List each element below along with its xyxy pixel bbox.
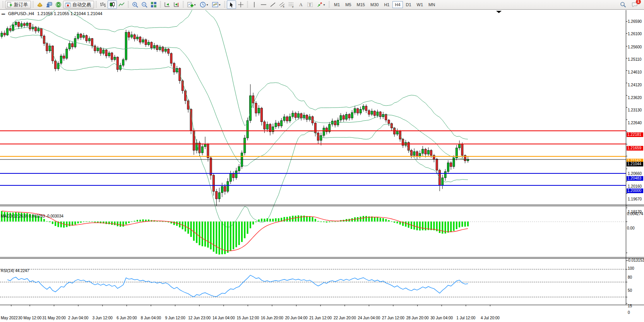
channel-tool-button[interactable]: E (277, 0, 287, 9)
macd-histogram-bar (52, 221, 53, 224)
macd-histogram-bar (162, 221, 164, 222)
macd-histogram-bar (258, 219, 260, 221)
timeframe-mn-button[interactable]: MN (426, 1, 437, 8)
candle-body (233, 173, 235, 178)
macd-histogram-bar (176, 221, 178, 226)
fibonacci-tool-button[interactable]: F (287, 0, 296, 9)
candle-body (362, 106, 364, 109)
candle-body (168, 49, 170, 53)
macd-histogram-bar (86, 221, 87, 222)
terminal-button[interactable] (45, 0, 54, 9)
time-axis-label: 24 Jun 04:00 (355, 316, 382, 320)
macd-histogram-bar (89, 221, 90, 222)
timeframe-h1-button[interactable]: H1 (382, 1, 392, 8)
macd-histogram-bar (326, 221, 327, 222)
macd-histogram-bar (312, 217, 313, 221)
macd-histogram-bar (264, 219, 265, 221)
timeframe-m5-button[interactable]: M5 (343, 1, 353, 8)
candle-body (334, 121, 336, 125)
zoom-out-button[interactable] (140, 0, 149, 9)
svg-text:A: A (299, 2, 303, 7)
arrows-icon (317, 2, 323, 8)
macd-histogram-bar (94, 221, 96, 222)
macd-histogram-bar (250, 221, 251, 228)
cursor-tool-button[interactable] (227, 0, 236, 9)
price-level-label: 1.22181 (627, 132, 643, 137)
timeframe-w1-button[interactable]: W1 (414, 1, 426, 8)
candle-body (159, 47, 161, 50)
macd-axis-label: 0.00 (627, 226, 634, 231)
tile-windows-button[interactable] (149, 0, 158, 9)
signals-button[interactable] (54, 0, 63, 9)
candle-body (453, 158, 455, 166)
candle-body (283, 117, 285, 121)
timeframe-m15-button[interactable]: M15 (355, 1, 367, 8)
candle-body (201, 147, 203, 153)
auto-scroll-button[interactable] (163, 0, 172, 9)
time-axis-label: 30 Jun 04:00 (428, 316, 455, 320)
candle-body (382, 114, 384, 116)
templates-button[interactable]: ▾ (210, 0, 223, 9)
chevron-down-icon: ▾ (219, 3, 220, 7)
periods-button[interactable]: ▾ (198, 0, 210, 9)
macd-histogram-bar (77, 221, 79, 223)
search-button[interactable] (618, 0, 628, 9)
timeframe-d1-button[interactable]: D1 (404, 1, 414, 8)
trendline-tool-button[interactable] (268, 0, 277, 9)
candle-body (221, 187, 223, 193)
rsi-label: RSI(14) 44.2247 (1, 269, 29, 273)
arrows-tool-button[interactable]: ▾ (315, 0, 327, 9)
macd-histogram-bar (117, 221, 118, 226)
candle-body (320, 135, 322, 140)
candle-body (72, 43, 74, 47)
candle-body (216, 192, 218, 199)
macd-axis-label: 0.004274 (627, 212, 643, 216)
candle-body (210, 158, 212, 175)
text-tool-button[interactable]: A (296, 0, 305, 9)
macd-histogram-bar (459, 221, 460, 227)
auto-scroll-icon (164, 2, 170, 8)
vertical-line-tool-button[interactable] (250, 0, 259, 9)
candle-body (365, 106, 367, 111)
zoom-in-button[interactable] (130, 0, 140, 9)
line-chart-button[interactable] (117, 0, 126, 9)
macd-histogram-bar (55, 221, 56, 226)
bar-chart-button[interactable] (98, 0, 108, 9)
macd-histogram-bar (83, 221, 84, 222)
candle-body (436, 159, 438, 170)
timeframe-h4-button[interactable]: H4 (392, 1, 402, 8)
candle-body (66, 49, 68, 58)
time-axis-label: 30 May 12:00 (16, 316, 43, 320)
candle-body (461, 144, 463, 155)
candle-body (40, 29, 42, 36)
macd-histogram-bar (422, 221, 423, 230)
crosshair-tool-button[interactable] (236, 0, 245, 9)
metaeditor-button[interactable] (35, 0, 45, 9)
new-order-button[interactable]: 新订单 (5, 1, 31, 9)
chart-canvas[interactable] (0, 10, 644, 322)
chart-shift-icon (173, 2, 180, 8)
candlestick-chart-button[interactable] (108, 0, 117, 9)
notifications-button[interactable]: 1 (630, 0, 639, 9)
macd-histogram-bar (49, 221, 51, 222)
chevron-down-icon: ▾ (206, 3, 208, 7)
horizontal-line-tool-button[interactable] (259, 0, 268, 9)
indicators-button[interactable]: ▾ (185, 0, 198, 9)
candle-body (111, 53, 113, 60)
indicators-icon (187, 2, 194, 8)
label-tool-button[interactable]: T (305, 0, 315, 9)
price-tick-label: 1.24120 (628, 83, 642, 87)
auto-trading-button[interactable]: 自动交易 (63, 1, 94, 9)
candle-body (18, 22, 20, 27)
candle-body (281, 120, 283, 126)
text-icon: A (298, 2, 304, 8)
periods-clock-icon (200, 2, 206, 8)
chart-shift-button[interactable] (172, 0, 181, 9)
candle-body (21, 24, 22, 27)
timeframe-m1-button[interactable]: M1 (332, 1, 342, 8)
timeframe-m30-button[interactable]: M30 (368, 1, 381, 8)
candle-body (38, 29, 39, 31)
zoom-out-icon (141, 2, 147, 8)
macd-histogram-bar (425, 221, 426, 230)
macd-histogram-bar (63, 221, 65, 228)
